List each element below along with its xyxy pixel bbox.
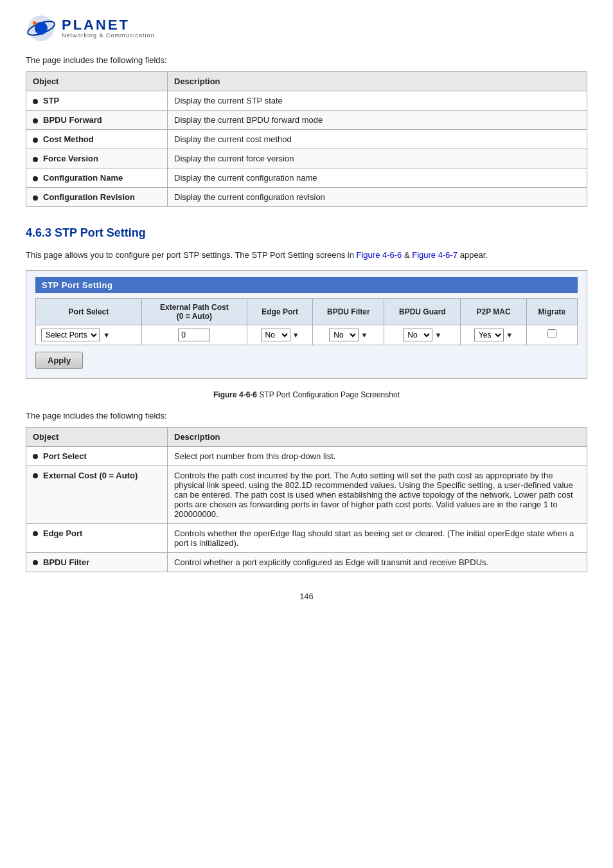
external-path-cost-cell[interactable]: [141, 325, 247, 345]
figure-caption: Figure 4-6-6 STP Port Configuration Page…: [26, 390, 587, 399]
bullet-icon: [33, 560, 38, 565]
path-cost-input[interactable]: [178, 329, 210, 341]
migrate-checkbox[interactable]: [547, 329, 556, 338]
table-row: BPDU ForwardDisplay the current BPDU for…: [26, 111, 587, 130]
description-cell: Control whether a port explicitly config…: [168, 552, 587, 572]
col-header-p2p-mac: P2P MAC: [461, 298, 526, 325]
table-row: Edge PortControls whether the operEdge f…: [26, 523, 587, 552]
top-intro-text: The page includes the following fields:: [26, 55, 587, 65]
logo-text: PLANET Networking & Communication: [62, 18, 155, 39]
bullet-icon: [33, 176, 38, 181]
object-cell: Configuration Revision: [26, 188, 168, 207]
col-header-migrate: Migrate: [526, 298, 577, 325]
bottom-table-header-description: Description: [168, 427, 587, 446]
col-header-edge-port: Edge Port: [247, 298, 312, 325]
top-info-table: Object Description STPDisplay the curren…: [26, 71, 587, 207]
section-number: 4.6.3: [26, 226, 51, 239]
figure-link-2[interactable]: Figure 4-6-7: [412, 250, 458, 260]
description-cell: Display the current BPDU forward mode: [168, 111, 587, 130]
bpdu-guard-cell[interactable]: No Yes ▼: [384, 325, 461, 345]
bullet-icon: [33, 531, 38, 536]
object-cell: BPDU Forward: [26, 111, 168, 130]
bottom-info-table: Object Description Port SelectSelect por…: [26, 427, 587, 572]
object-cell: BPDU Filter: [26, 552, 168, 572]
description-cell: Controls whether the operEdge flag shoul…: [168, 523, 587, 552]
object-cell: Configuration Name: [26, 168, 168, 188]
table-row: External Cost (0 = Auto)Controls the pat…: [26, 466, 587, 523]
stp-port-setting-widget: STP Port Setting Port Select External Pa…: [26, 270, 587, 379]
p2p-mac-cell[interactable]: Yes No ▼: [461, 325, 526, 345]
port-select-dropdown[interactable]: Select Ports: [41, 329, 100, 341]
bpdu-filter-select[interactable]: No Yes: [329, 329, 359, 341]
section-title: STP Port Setting: [55, 226, 146, 239]
description-cell: Display the current configuration revisi…: [168, 188, 587, 207]
section-heading: 4.6.3 STP Port Setting: [26, 226, 587, 240]
table-row: Force VersionDisplay the current force v…: [26, 149, 587, 168]
table-row: STPDisplay the current STP state: [26, 91, 587, 111]
bottom-intro-text: The page includes the following fields:: [26, 411, 587, 420]
bottom-table-header-object: Object: [26, 427, 168, 446]
bullet-icon: [33, 138, 38, 143]
migrate-cell[interactable]: [526, 325, 577, 345]
table-row: BPDU FilterControl whether a port explic…: [26, 552, 587, 572]
description-cell: Display the current STP state: [168, 91, 587, 111]
port-setting-table: Port Select External Path Cost(0 = Auto)…: [35, 298, 578, 345]
bullet-icon: [33, 157, 38, 162]
page-number: 146: [26, 592, 587, 601]
figure-link-1[interactable]: Figure 4-6-6: [357, 250, 402, 260]
edge-port-select[interactable]: No Yes: [261, 329, 290, 341]
bpdu-filter-cell[interactable]: No Yes ▼: [313, 325, 384, 345]
figure-caption-label: Figure 4-6-6: [213, 390, 257, 399]
logo-sub-label: Networking & Communication: [62, 32, 155, 39]
port-select-cell[interactable]: Select Ports ▼: [36, 325, 142, 345]
bpdu-guard-select[interactable]: No Yes: [403, 329, 432, 341]
col-header-bpdu-filter: BPDU Filter: [313, 298, 384, 325]
object-cell: Cost Method: [26, 130, 168, 149]
description-cell: Display the current cost method: [168, 130, 587, 149]
description-cell: Controls the path cost incurred by the p…: [168, 466, 587, 523]
table-row: Cost MethodDisplay the current cost meth…: [26, 130, 587, 149]
object-cell: Edge Port: [26, 523, 168, 552]
object-cell: External Cost (0 = Auto): [26, 466, 168, 523]
bullet-icon: [33, 454, 38, 459]
top-table-header-object: Object: [26, 72, 168, 91]
bullet-icon: [33, 473, 38, 478]
object-cell: Port Select: [26, 446, 168, 466]
svg-point-3: [35, 22, 48, 35]
planet-logo-icon: [26, 13, 57, 44]
top-table-header-description: Description: [168, 72, 587, 91]
edge-port-cell[interactable]: No Yes ▼: [247, 325, 312, 345]
logo-area: PLANET Networking & Communication: [26, 13, 587, 44]
svg-point-4: [33, 21, 37, 25]
description-cell: Select port number from this drop-down l…: [168, 446, 587, 466]
bullet-icon: [33, 195, 38, 201]
description-cell: Display the current force version: [168, 149, 587, 168]
section-end-text: appear.: [460, 250, 488, 260]
bullet-icon: [33, 118, 38, 123]
section-middle-text: &: [404, 250, 412, 260]
table-row: Configuration RevisionDisplay the curren…: [26, 188, 587, 207]
col-header-external-path-cost: External Path Cost(0 = Auto): [141, 298, 247, 325]
figure-caption-text: STP Port Configuration Page Screenshot: [259, 390, 400, 399]
col-header-bpdu-guard: BPDU Guard: [384, 298, 461, 325]
object-cell: Force Version: [26, 149, 168, 168]
section-intro-text: This page allows you to configure per po…: [26, 250, 354, 260]
apply-button[interactable]: Apply: [35, 352, 83, 369]
section-intro-para: This page allows you to configure per po…: [26, 249, 587, 262]
description-cell: Display the current configuration name: [168, 168, 587, 188]
p2p-mac-select[interactable]: Yes No: [474, 329, 504, 341]
object-cell: STP: [26, 91, 168, 111]
table-row: Port SelectSelect port number from this …: [26, 446, 587, 466]
stp-widget-title: STP Port Setting: [35, 277, 578, 293]
logo-planet-label: PLANET: [62, 18, 155, 32]
bullet-icon: [33, 99, 38, 104]
col-header-port-select: Port Select: [36, 298, 142, 325]
table-row: Configuration NameDisplay the current co…: [26, 168, 587, 188]
